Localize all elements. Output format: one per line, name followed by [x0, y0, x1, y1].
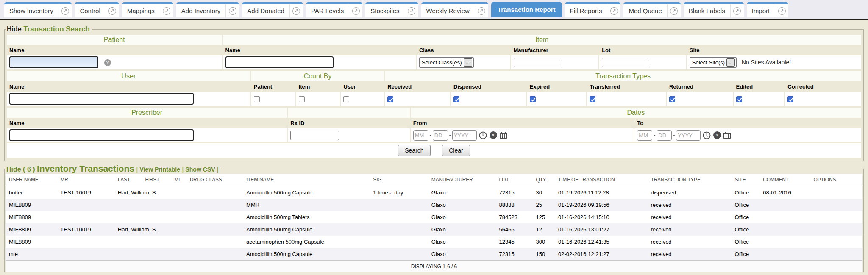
tab-open-new-section[interactable]: ↗ — [775, 4, 788, 17]
tab-med-queue[interactable]: Med Queue↗ — [623, 2, 680, 17]
checkbox-edited[interactable] — [736, 96, 742, 102]
prescriber-name-input[interactable] — [9, 129, 194, 141]
open-in-new-icon[interactable]: ↗ — [670, 7, 678, 15]
open-in-new-icon[interactable]: ↗ — [733, 7, 741, 15]
tab-open-new-section[interactable]: ↗ — [58, 4, 72, 17]
to-month-input[interactable] — [637, 130, 652, 141]
tab-weekly-review[interactable]: Weekly Review↗ — [421, 2, 488, 17]
clear-button[interactable]: Clear — [442, 145, 470, 156]
cell-mi — [172, 223, 188, 236]
column-header-qty[interactable]: QTY — [534, 174, 557, 186]
tab-open-new-section[interactable]: ↗ — [607, 4, 620, 17]
checkbox-returned[interactable] — [669, 96, 675, 102]
open-in-new-icon[interactable]: ↗ — [229, 7, 236, 15]
cell-transaction_type: received — [649, 248, 733, 261]
view-printable-link[interactable]: View Printable — [139, 166, 180, 173]
from-clear-icon[interactable]: × — [490, 131, 497, 139]
column-header-drug_class[interactable]: DRUG CLASS — [188, 174, 245, 186]
tab-open-new-section[interactable]: ↗ — [667, 4, 681, 17]
open-in-new-icon[interactable]: ↗ — [610, 7, 618, 15]
class-select[interactable]: Select Class(es) ... — [419, 57, 474, 68]
checkbox-dispensed[interactable] — [453, 96, 459, 102]
open-in-new-icon[interactable]: ↗ — [61, 7, 69, 15]
tab-label: Control — [75, 7, 105, 14]
checkbox-expired[interactable] — [530, 96, 536, 102]
tab-open-new-section[interactable]: ↗ — [289, 4, 303, 17]
column-header-item_name[interactable]: ITEM NAME — [245, 174, 371, 186]
open-in-new-icon[interactable]: ↗ — [778, 7, 786, 15]
column-header-time_of_transaction[interactable]: TIME OF TRANSACTION — [556, 174, 649, 186]
column-header-mi[interactable]: MI — [172, 174, 188, 186]
cell-sig — [371, 199, 429, 211]
show-csv-link[interactable]: Show CSV — [185, 166, 215, 173]
open-in-new-icon[interactable]: ↗ — [408, 7, 415, 15]
user-name-input[interactable] — [9, 93, 194, 105]
column-header-last[interactable]: LAST — [116, 174, 144, 186]
tab-transaction-report[interactable]: Transaction Report — [491, 2, 562, 17]
class-more-button[interactable]: ... — [464, 58, 472, 67]
tab-open-new-section[interactable]: ↗ — [405, 4, 418, 17]
checkbox-countby-item[interactable] — [299, 96, 305, 102]
column-header-transaction_type[interactable]: TRANSACTION TYPE — [649, 174, 733, 186]
site-select[interactable]: Select Site(s) ... — [690, 57, 737, 68]
column-header-manufacturer[interactable]: MANUFACTURER — [430, 174, 498, 186]
tab-blank-labels[interactable]: Blank Labels↗ — [684, 2, 744, 17]
column-header-site[interactable]: SITE — [733, 174, 762, 186]
column-header-first[interactable]: FIRST — [144, 174, 173, 186]
column-header-sig[interactable]: SIG — [371, 174, 429, 186]
open-in-new-icon[interactable]: ↗ — [163, 7, 170, 15]
search-panel-title: Transaction Search — [23, 25, 90, 33]
tab-add-donated[interactable]: Add Donated↗ — [242, 2, 303, 17]
to-calendar-icon[interactable] — [723, 131, 731, 139]
column-header-user_name[interactable]: USER NAME — [6, 174, 58, 186]
tab-import[interactable]: Import↗ — [747, 2, 789, 17]
tab-stockpiles[interactable]: Stockpiles↗ — [365, 2, 418, 17]
lot-input[interactable] — [602, 58, 648, 67]
tab-add-inventory[interactable]: Add Inventory↗ — [176, 2, 239, 17]
tab-mappings[interactable]: Mappings↗ — [122, 2, 173, 17]
open-in-new-icon[interactable]: ↗ — [478, 7, 485, 15]
hide-results-link[interactable]: Hide ( 6 ) — [6, 166, 35, 173]
checkbox-transferred[interactable] — [590, 96, 595, 102]
checkbox-corrected[interactable] — [787, 96, 793, 102]
from-day-input[interactable] — [433, 130, 448, 141]
rxid-input[interactable] — [290, 131, 339, 140]
tab-open-new-section[interactable]: ↗ — [349, 4, 362, 17]
to-clock-icon[interactable] — [703, 131, 711, 139]
tab-fill-reports[interactable]: Fill Reports↗ — [565, 2, 621, 17]
patient-name-input[interactable] — [9, 56, 98, 68]
checkbox-countby-patient[interactable] — [254, 96, 260, 102]
from-clock-icon[interactable] — [479, 131, 487, 139]
help-icon[interactable]: ? — [104, 59, 111, 66]
tab-open-new-section[interactable]: ↗ — [106, 4, 119, 17]
to-year-input[interactable] — [676, 130, 701, 141]
from-year-input[interactable] — [452, 130, 477, 141]
tab-open-new-section[interactable]: ↗ — [160, 4, 173, 17]
checkbox-received[interactable] — [387, 96, 393, 102]
column-header-mr[interactable]: MR — [58, 174, 116, 186]
to-day-input[interactable] — [657, 130, 672, 141]
checkbox-countby-user[interactable] — [343, 96, 349, 102]
tab-open-new-section[interactable]: ↗ — [475, 4, 488, 17]
to-clear-icon[interactable]: × — [713, 131, 721, 139]
tab-par-levels[interactable]: PAR Levels↗ — [306, 2, 362, 17]
open-in-new-icon[interactable]: ↗ — [292, 7, 300, 15]
cell-mr — [58, 236, 116, 248]
manufacturer-input[interactable] — [514, 58, 562, 67]
tab-label: Med Queue — [623, 7, 667, 14]
from-month-input[interactable] — [413, 130, 428, 141]
column-header-lot[interactable]: LOT — [498, 174, 534, 186]
site-more-button[interactable]: ... — [726, 58, 735, 67]
from-calendar-icon[interactable] — [499, 131, 507, 139]
tab-open-new-section[interactable]: ↗ — [225, 4, 239, 17]
open-in-new-icon[interactable]: ↗ — [352, 7, 360, 15]
open-in-new-icon[interactable]: ↗ — [108, 7, 116, 15]
tab-control[interactable]: Control↗ — [75, 2, 119, 17]
item-name-input[interactable] — [225, 56, 334, 68]
cell-item_name: Amoxicillin 500mg Capsule — [245, 248, 371, 261]
column-header-comment[interactable]: COMMENT — [761, 174, 812, 186]
tab-show-inventory[interactable]: Show Inventory↗ — [4, 2, 72, 17]
search-button[interactable]: Search — [398, 145, 430, 156]
hide-search-link[interactable]: Hide — [7, 25, 22, 33]
tab-open-new-section[interactable]: ↗ — [730, 4, 744, 17]
